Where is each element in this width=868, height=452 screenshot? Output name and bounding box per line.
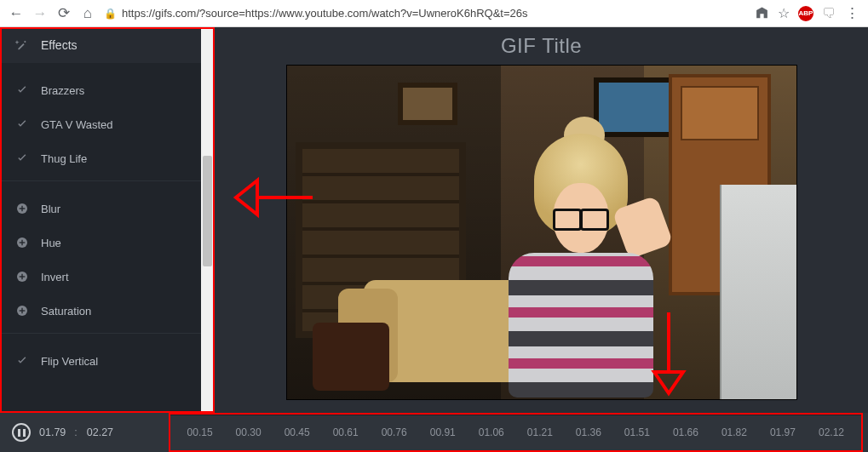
timeline[interactable]: 00.15 00.30 00.45 00.61 00.76 00.91 01.0… — [169, 413, 863, 452]
reload-button[interactable]: ⟳ — [56, 6, 72, 21]
abp-extension-icon[interactable]: ABP — [798, 6, 813, 21]
sidebar-separator — [0, 180, 202, 181]
timeline-tick[interactable]: 01.36 — [576, 426, 601, 438]
timeline-tick[interactable]: 01.82 — [721, 426, 747, 438]
timeline-tick[interactable]: 00.76 — [382, 426, 407, 438]
effect-label: Brazzers — [41, 84, 84, 97]
effect-item-blur[interactable]: Blur — [0, 192, 202, 226]
playbar: 01.79 : 02.27 00.15 00.30 00.45 00.61 00… — [0, 413, 868, 452]
effect-label: Hue — [41, 237, 61, 249]
effect-label: Saturation — [41, 305, 91, 318]
timeline-tick[interactable]: 02.12 — [819, 426, 844, 438]
plus-circle-icon — [15, 202, 29, 215]
app-main: Effects Brazzers GTA V Wasted Thug Life — [0, 27, 868, 413]
sidebar-header-effects[interactable]: Effects — [0, 27, 202, 63]
translate-icon[interactable] — [754, 6, 769, 21]
playbar-current-time: 01.79 — [39, 426, 66, 438]
timeline-tick[interactable]: 00.45 — [285, 426, 310, 438]
effect-label: Thug Life — [41, 152, 87, 165]
back-button[interactable]: ← — [9, 6, 24, 21]
playbar-time-separator: : — [74, 426, 78, 438]
sidebar-separator — [0, 333, 202, 334]
playbar-duration: 02.27 — [87, 426, 113, 438]
effect-item-thug-life[interactable]: Thug Life — [0, 141, 202, 175]
wand-icon — [15, 38, 29, 52]
sidebar: Effects Brazzers GTA V Wasted Thug Life — [0, 27, 215, 413]
timeline-tick[interactable]: 00.15 — [187, 426, 213, 438]
bookmark-star-icon[interactable]: ☆ — [778, 5, 790, 21]
timeline-tick[interactable]: 00.30 — [236, 426, 262, 438]
timeline-tick[interactable]: 01.66 — [673, 426, 698, 438]
effect-label: Blur — [41, 203, 60, 215]
effect-item-hue[interactable]: Hue — [0, 226, 202, 260]
effect-label: Invert — [41, 271, 69, 283]
sidebar-inner: Effects Brazzers GTA V Wasted Thug Life — [0, 27, 202, 413]
forward-button[interactable]: → — [32, 6, 48, 21]
video-still — [287, 66, 796, 399]
sidebar-scrollbar[interactable] — [201, 28, 214, 413]
playbar-controls: 01.79 : 02.27 — [0, 423, 160, 442]
effect-item-invert[interactable]: Invert — [0, 260, 202, 294]
effect-item-flip-vertical[interactable]: Flip Vertical — [0, 344, 202, 378]
effect-label: Flip Vertical — [41, 355, 98, 368]
effect-item-gta-wasted[interactable]: GTA V Wasted — [0, 107, 202, 141]
timeline-tick[interactable]: 01.51 — [624, 426, 650, 438]
address-bar[interactable]: 🔒 https://gifs.com/?source=https://www.y… — [104, 7, 745, 20]
timeline-tick[interactable]: 01.21 — [527, 426, 553, 438]
timeline-tick[interactable]: 01.06 — [479, 426, 504, 438]
timeline-tick[interactable]: 01.97 — [770, 426, 796, 438]
effect-label: GTA V Wasted — [41, 118, 113, 131]
check-icon — [15, 152, 29, 165]
timeline-tick[interactable]: 00.91 — [430, 426, 456, 438]
effect-item-saturation[interactable]: Saturation — [0, 294, 202, 328]
timeline-tick[interactable]: 00.61 — [333, 426, 359, 438]
plus-circle-icon — [15, 270, 29, 283]
video-frame[interactable] — [286, 65, 797, 400]
plus-circle-icon — [15, 304, 29, 318]
app-root: Effects Brazzers GTA V Wasted Thug Life — [0, 27, 868, 452]
effect-item-brazzers[interactable]: Brazzers — [0, 73, 202, 107]
sidebar-header-label: Effects — [41, 38, 78, 52]
preview-pane: GIF Title — [215, 27, 868, 413]
check-icon — [15, 117, 29, 131]
browser-toolbar: ← → ⟳ ⌂ 🔒 https://gifs.com/?source=https… — [0, 0, 868, 27]
plus-circle-icon — [15, 236, 29, 249]
pause-button[interactable] — [12, 423, 31, 442]
chat-icon[interactable]: 🗨 — [822, 6, 836, 21]
check-icon — [15, 354, 29, 368]
check-icon — [15, 83, 29, 97]
kebab-menu-icon[interactable]: ⋮ — [844, 6, 859, 21]
gif-title-input[interactable]: GIF Title — [501, 34, 582, 58]
url-text: https://gifs.com/?source=https://www.you… — [122, 7, 528, 20]
home-button[interactable]: ⌂ — [80, 6, 95, 21]
lock-icon: 🔒 — [104, 8, 117, 20]
